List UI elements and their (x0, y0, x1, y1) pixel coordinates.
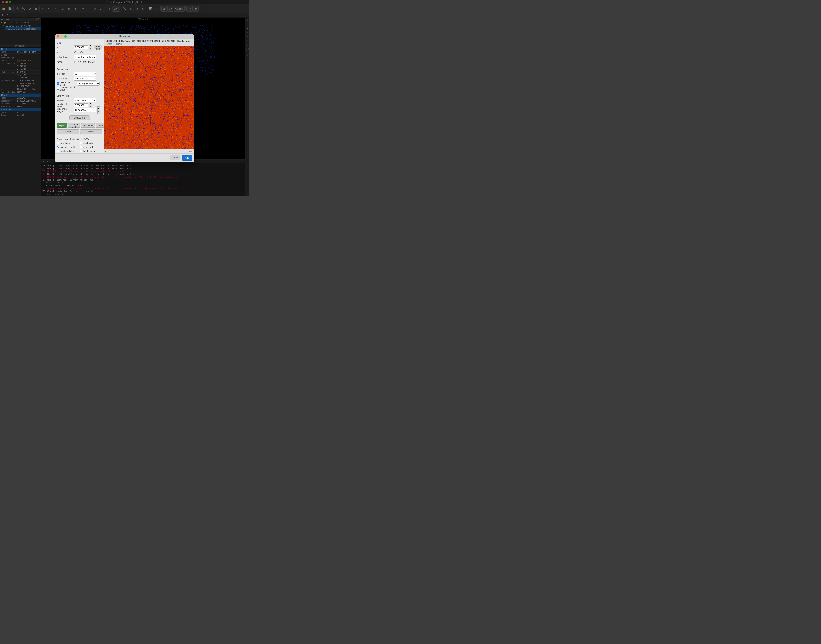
size-row: size 751 x 751 (57, 50, 102, 54)
dialog-form: Grid step ▲ ▼ Edit grid size 751 x 751 a… (55, 39, 104, 153)
step-spinner: ▲ ▼ (89, 43, 92, 51)
empty-cell-value-row: Empty cell value ▲ ▼ (57, 103, 102, 107)
average-height-checkbox[interactable] (57, 146, 59, 148)
step-label: step (57, 46, 73, 48)
interpolate-label: interpolate SF(s) (60, 81, 77, 86)
hillshade-btn[interactable]: Hillshade (81, 123, 95, 128)
max-height-checkbox[interactable] (80, 146, 82, 148)
sf-checkboxes-grid: population min height average height (57, 141, 102, 153)
dialog-preview: USGS_LPC_ID_NezPerce_QL1_2016_QL1_11TPL6… (104, 39, 194, 153)
min-height-row: min height (80, 141, 103, 145)
max-edge-input[interactable] (74, 108, 96, 112)
height-range-label: height range (83, 150, 96, 152)
empty-cell-up[interactable]: ▲ (89, 101, 92, 105)
height-std-dev-row: height std.dev. (57, 149, 80, 153)
grid-section-label: Grid (57, 41, 102, 44)
cell-height-row: cell height average (57, 77, 102, 81)
direction-label: direction (57, 72, 73, 75)
height-std-dev-checkbox[interactable] (57, 150, 59, 152)
contour-plot-btn[interactable]: Contour plot (68, 123, 80, 128)
interpolate-select[interactable]: average value (77, 81, 100, 86)
export-btn-group: Export Contour plot Hillshade Volume (57, 123, 102, 128)
volume-btn[interactable]: Volume (96, 123, 104, 128)
active-layer-row: active layer Height grid values (57, 55, 102, 59)
empty-cell-value-label: Empty cell value (57, 103, 73, 108)
population-row: population (57, 141, 80, 145)
update-grid-container: Update grid (57, 115, 102, 120)
dialog-traffic-lights (57, 35, 67, 38)
height-range-row: height range (80, 149, 103, 153)
ok-btn[interactable]: OK (182, 155, 192, 161)
direction-select[interactable]: Z (74, 72, 96, 76)
max-height-row: max height (80, 145, 103, 149)
cancel-btn[interactable]: Cancel (170, 155, 180, 160)
raster-preview (104, 46, 194, 149)
range-value: 1442.22 [0 ; 1442.22] (74, 61, 95, 63)
dialog-action-btns: Cancel OK (170, 155, 192, 161)
size-label: size (57, 51, 73, 53)
interpolate-row: interpolate SF(s) average value (57, 81, 102, 86)
min-height-label: min height (83, 142, 93, 144)
active-layer-select[interactable]: Height grid values (74, 55, 96, 59)
dialog-titlebar: Rasterize (55, 34, 194, 39)
height-range-checkbox[interactable] (80, 150, 82, 152)
range-label: range (57, 61, 73, 63)
max-edge-row: Max edge length ▲ ▼ (57, 108, 102, 112)
edit-grid-btn[interactable]: Edit grid (94, 45, 102, 49)
resample-checkbox[interactable] (57, 87, 59, 90)
preview-canvas[interactable] (104, 46, 194, 149)
export-btn[interactable]: Export (57, 123, 67, 128)
dialog-minimize-button[interactable] (60, 35, 63, 38)
empty-cell-value-input[interactable] (74, 103, 88, 107)
height-std-dev-label: height std.dev. (60, 150, 75, 152)
range-row: range 1442.22 [0 ; 1442.22] (57, 60, 102, 64)
interpolate-checkbox[interactable] (57, 82, 59, 85)
population-label: population (60, 142, 70, 144)
mesh-btn[interactable]: Mesh (80, 129, 103, 134)
cell-height-label: cell height (57, 77, 73, 80)
step-row: step ▲ ▼ Edit grid (57, 45, 102, 49)
rasterize-dialog: Rasterize Grid step ▲ ▼ Edit grid s (55, 34, 194, 162)
export-per-cell-section: Export per-cell statistics as SF(s): pop… (57, 137, 102, 153)
empty-cells-section-label: Empty cells (57, 95, 102, 97)
max-height-label: max height (83, 146, 94, 148)
max-edge-spinner: ▲ ▼ (97, 106, 100, 114)
dialog-title: Rasterize (119, 35, 130, 38)
fill-with-select[interactable]: interpolate (74, 98, 96, 102)
size-value: 751 x 751 (74, 51, 84, 53)
cloud-mesh-btn-group: Cloud Mesh (57, 129, 102, 134)
cell-height-select[interactable]: average (74, 77, 96, 81)
max-edge-label: Max edge length (57, 108, 73, 113)
preview-filename: USGS_LPC_ID_NezPerce_QL1_2016_QL1_11TPL6… (106, 40, 190, 42)
dialog-body: Grid step ▲ ▼ Edit grid size 751 x 751 a… (55, 39, 194, 153)
average-height-row: average height (57, 145, 80, 149)
dialog-bottom-bar: Cancel OK (55, 153, 194, 162)
population-checkbox[interactable] (57, 142, 59, 144)
dialog-close-button[interactable] (57, 35, 59, 38)
modal-overlay: Rasterize Grid step ▲ ▼ Edit grid s (0, 0, 249, 196)
projection-section-label: Projection (57, 68, 102, 71)
resample-row: resample input cloud (57, 86, 102, 90)
preview-scale-150: 150 (105, 150, 108, 152)
active-layer-label: active layer (57, 56, 73, 58)
dialog-maximize-button[interactable] (64, 35, 67, 38)
average-height-label: average height (60, 146, 75, 148)
fill-with-row: Fill with interpolate (57, 98, 102, 102)
preview-footer: 150 400 (104, 149, 194, 153)
preview-scale-400: 400 (189, 150, 192, 152)
max-edge-down[interactable]: ▼ (97, 110, 100, 114)
max-edge-up[interactable]: ▲ (97, 106, 100, 110)
preview-title: USGS_LPC_ID_NezPerce_QL1_2016_QL1_11TPL6… (104, 39, 194, 46)
resample-label: resample input cloud (60, 86, 77, 91)
preview-points: (1,408,777 points) (106, 43, 123, 45)
step-up[interactable]: ▲ (89, 43, 92, 47)
fill-with-label: Fill with (57, 99, 73, 101)
min-height-checkbox[interactable] (80, 142, 82, 144)
update-grid-btn[interactable]: Update grid (69, 115, 90, 120)
cloud-btn[interactable]: Cloud (57, 129, 79, 134)
direction-row: direction Z (57, 72, 102, 76)
export-per-cell-label: Export per-cell statistics as SF(s): (57, 138, 102, 140)
empty-cell-spinner: ▲ ▼ (89, 101, 92, 109)
step-input[interactable] (74, 45, 88, 49)
